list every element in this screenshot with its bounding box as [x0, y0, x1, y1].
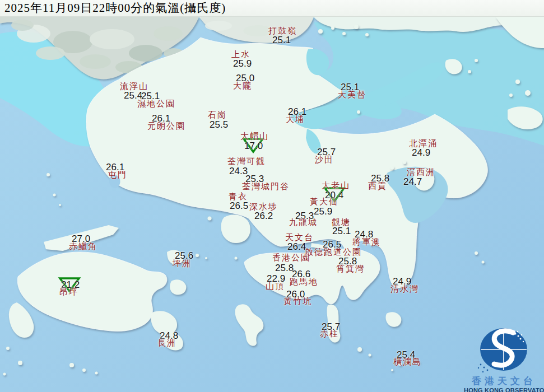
station-name: 清水灣: [390, 285, 419, 293]
stations-layer: 25.1 打鼓嶺25.9 上水25.0 大隴25.4 流浮山25.1 濕地公園2…: [0, 0, 544, 392]
station-value: 26.2: [254, 211, 273, 221]
station-name: 石崗: [208, 111, 227, 119]
station-value: 17.0: [244, 141, 263, 151]
station-value: 25.1: [272, 35, 291, 45]
station-name: 大帽山: [240, 132, 269, 141]
station-name: 赤柱: [320, 330, 339, 338]
hko-logo-name-english: HONG KONG OBSERVATORY: [464, 387, 544, 392]
station-name: 啟德跑道公園: [305, 248, 362, 256]
station-name: 大美督: [338, 91, 366, 99]
station-value: 25.9: [233, 59, 252, 68]
station-name: 上水: [231, 50, 250, 59]
station-name: 橫瀾島: [393, 358, 422, 366]
station-name: 滘西洲: [407, 168, 435, 176]
station-name: 筲箕灣: [336, 265, 365, 273]
station-name: 青衣: [229, 193, 248, 201]
station-name: 大隴: [233, 82, 252, 90]
station-name: 荃灣可觀: [227, 157, 266, 166]
logo-halftone-dots-outer: [478, 364, 489, 373]
station-name: 大老山: [322, 181, 350, 190]
station-name: 沙田: [315, 156, 334, 164]
station-name: 元朗公園: [147, 122, 185, 130]
station-value: 26.5: [230, 201, 248, 211]
station-name: 九龍城: [289, 218, 318, 227]
station-value: 24.9: [412, 148, 430, 157]
station-name: 香港公園: [272, 254, 310, 262]
station-name: 打鼓嶺: [268, 27, 297, 35]
station-name: 坪洲: [173, 259, 192, 268]
hko-logo-name-chinese: 香港天文台: [464, 376, 544, 387]
station-name: 流浮山: [120, 82, 148, 91]
station-value: 26.4: [287, 242, 306, 251]
station-name: 跑馬地: [290, 278, 318, 286]
hko-logo: 香港天文台 HONG KONG OBSERVATORY: [464, 324, 544, 392]
hko-logo-icon: [464, 324, 544, 373]
temperature-map-screen: 2025年11月09日22時00分的氣溫(攝氏度) 25.1 打鼓嶺25.9 上…: [0, 0, 544, 392]
station-name: 深水埗: [249, 203, 278, 211]
station-value: 25.1: [332, 226, 351, 236]
station-name: 昂坪: [59, 288, 78, 296]
station-name: 黃竹坑: [283, 297, 312, 306]
station-name: 觀塘: [332, 218, 351, 227]
station-name: 濕地公園: [137, 100, 175, 108]
station-name: 北潭涌: [409, 139, 438, 148]
station-value: 24.7: [403, 177, 422, 186]
station-value: 25.8: [275, 263, 294, 273]
station-name: 天文台: [285, 234, 314, 242]
station-name: 赤鱲角: [69, 242, 97, 251]
station-name: 山頂: [266, 282, 285, 291]
station-value: 25.9: [314, 207, 332, 216]
station-value: 25.5: [210, 120, 228, 129]
station-name: 將軍澳: [352, 238, 381, 246]
station-name: 黃大仙: [310, 198, 338, 206]
station-name: 西貢: [368, 182, 387, 190]
station-name: 長洲: [157, 339, 176, 347]
station-name: 屯門: [108, 171, 127, 179]
station-name: 大埔: [286, 115, 305, 124]
station-name: 荃灣城門谷: [242, 183, 290, 191]
